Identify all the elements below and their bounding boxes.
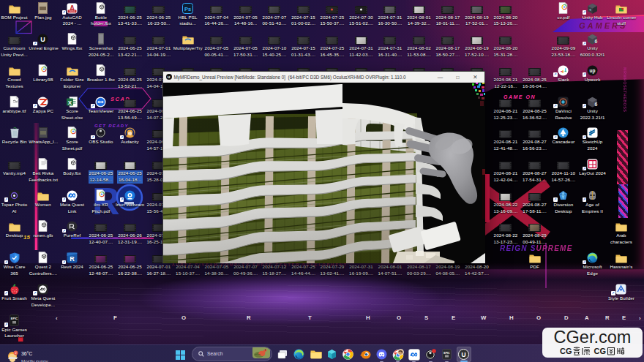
svg-text:›: › [639, 315, 641, 322]
svg-text:T: T [308, 314, 312, 321]
svg-text:E: E [622, 314, 626, 321]
svg-text:6: 6 [595, 39, 598, 44]
svg-text:X: X [68, 99, 72, 105]
svg-text:U: U [41, 36, 46, 43]
svg-text:W: W [481, 314, 487, 321]
svg-text:O: O [397, 314, 401, 321]
svg-text:2024: 2024 [70, 10, 75, 13]
svg-text:O: O [536, 314, 541, 321]
svg-text:H: H [509, 314, 514, 321]
svg-text:R: R [605, 314, 610, 321]
svg-text:MRWHOSETHEBOSS: MRWHOSETHEBOSS [623, 67, 627, 112]
svg-text:S: S [424, 314, 428, 321]
svg-text:O: O [181, 314, 186, 321]
svg-text:H: H [366, 314, 370, 321]
svg-text:E: E [452, 314, 455, 321]
svg-text:6: 6 [595, 102, 598, 107]
svg-text:R: R [247, 314, 251, 321]
svg-text:Ps: Ps [184, 5, 191, 12]
svg-text:A: A [585, 314, 589, 321]
svg-text:up: up [590, 68, 596, 74]
svg-text:EPIC: EPIC [11, 317, 18, 320]
svg-text:‹: ‹ [56, 315, 58, 322]
svg-text:R: R [70, 255, 75, 263]
svg-text:EPIC: EPIC [443, 352, 450, 355]
svg-text:F: F [113, 314, 117, 321]
svg-text:D: D [564, 314, 569, 321]
